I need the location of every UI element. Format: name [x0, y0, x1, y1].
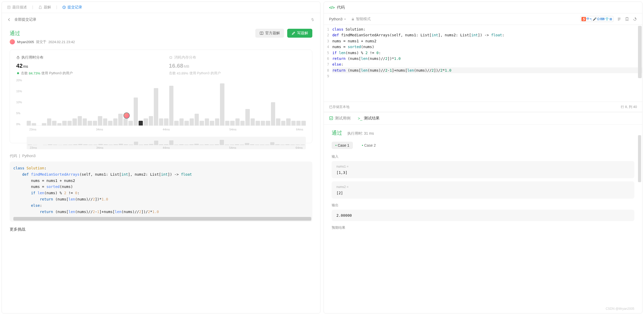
- avatar[interactable]: [10, 39, 15, 44]
- code-icon: </>: [329, 5, 335, 10]
- code-panel: </> 代码 Python3 智能模式 S 中 •, 🎤 Ω ⌨ �: [324, 2, 642, 313]
- submitted-code: class Solution: def findMedianSortedArra…: [10, 162, 312, 222]
- username[interactable]: Mryan2005: [17, 40, 34, 44]
- status-pass: 通过: [10, 30, 20, 37]
- language-select[interactable]: Python3: [329, 17, 347, 21]
- case-tab-2[interactable]: •Case 2: [358, 142, 379, 149]
- chart-marker: [123, 112, 130, 119]
- ime-indicator[interactable]: S 中 •, 🎤 Ω ⌨ 👕 ⊞: [580, 16, 613, 22]
- official-solution-button[interactable]: 官方题解: [255, 29, 284, 38]
- tab-solution[interactable]: 题解: [38, 5, 51, 10]
- reset-icon[interactable]: [633, 17, 637, 21]
- output-box: 2.00000: [332, 210, 634, 221]
- mode-label: 智能模式: [356, 17, 371, 21]
- write-solution-button[interactable]: 写题解: [287, 29, 312, 38]
- link-icon[interactable]: [310, 17, 315, 22]
- tab-description[interactable]: 题目描述: [7, 5, 27, 10]
- runtime-chart[interactable]: 20% 15% 10% 5% 0% 23ms 34ms 44ms 54ms 64…: [16, 79, 306, 139]
- test-scrollbar[interactable]: [638, 135, 641, 182]
- top-tabs: 题目描述 | 题解 | 提交记录: [2, 2, 320, 13]
- tab-testresult[interactable]: >_ 测试结果: [358, 116, 380, 121]
- nums2-box[interactable]: nums2 = [2]: [332, 181, 634, 199]
- save-status: 已存储至本地: [329, 105, 349, 109]
- output-label: 输出: [332, 203, 634, 208]
- code-header-label: 代码: [337, 5, 345, 10]
- lock-icon: [351, 18, 354, 21]
- submission-meta: Mryan2005 提交于 2024.02.21 23:42: [10, 39, 312, 44]
- svg-rect-7: [170, 57, 172, 59]
- cursor-position: 行 8, 列 40: [621, 105, 637, 109]
- test-runtime: 执行用时: 31 ms: [347, 131, 374, 135]
- nums1-box[interactable]: nums1 = [1,3]: [332, 161, 634, 178]
- code-header: 代码|Python3: [10, 154, 312, 158]
- code-editor[interactable]: 123456789 class Solution: def findMedian…: [324, 25, 642, 81]
- tab-submissions[interactable]: 提交记录: [62, 5, 82, 10]
- format-icon[interactable]: [617, 17, 621, 21]
- editor-scrollbar[interactable]: [638, 26, 642, 78]
- watermark: CSDN @Mryan2005: [606, 307, 634, 311]
- bookmark-icon[interactable]: [625, 17, 629, 21]
- test-pass-label: 通过: [332, 130, 342, 136]
- memory-stat[interactable]: 消耗内存分布 16.68MB 击败 43.89% 使用 Python3 的用户: [169, 55, 306, 76]
- stats-card: 执行用时分布 42ms 击败 84.73% 使用 Python3 的用户: [10, 50, 312, 143]
- more-challenges: 更多挑战: [10, 227, 312, 232]
- expected-label: 预期结果: [332, 225, 634, 230]
- tab-testcases[interactable]: 测试用例: [329, 116, 351, 121]
- svg-rect-0: [8, 6, 10, 9]
- back-icon[interactable]: [7, 18, 11, 22]
- h-scrollbar[interactable]: [13, 217, 311, 221]
- input-label: 输入: [332, 154, 634, 159]
- case-tab-1[interactable]: •Case 1: [332, 142, 353, 149]
- submission-panel: 题目描述 | 题解 | 提交记录 全部提交记录 通过: [2, 2, 320, 313]
- back-label[interactable]: 全部提交记录: [14, 17, 36, 22]
- runtime-stat[interactable]: 执行用时分布 42ms 击败 84.73% 使用 Python3 的用户: [16, 55, 153, 76]
